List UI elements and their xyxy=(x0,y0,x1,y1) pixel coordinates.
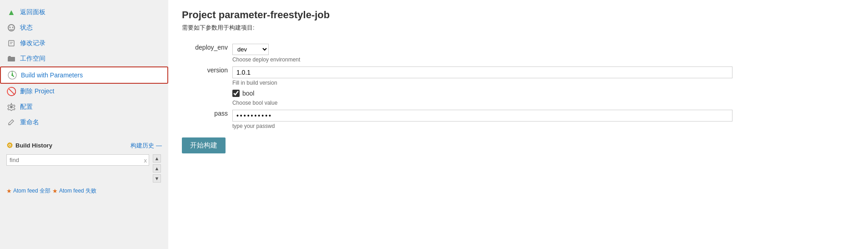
find-clear-button[interactable]: x xyxy=(144,157,147,163)
bool-label-empty xyxy=(182,87,232,107)
atom-links: ★ Atom feed 全部 ★ Atom feed 失败 xyxy=(5,183,164,197)
sidebar-item-changelog[interactable]: 修改记录 xyxy=(0,36,168,51)
bool-hint: Choose bool value xyxy=(232,100,850,106)
sidebar-item-label: 工作空间 xyxy=(20,55,45,63)
pass-label: pass xyxy=(182,107,232,130)
svg-point-2 xyxy=(12,27,14,28)
start-build-button[interactable]: 开始构建 xyxy=(182,137,226,153)
build-icon xyxy=(7,70,17,80)
svg-point-7 xyxy=(11,74,13,76)
atom-feed-fail-label: Atom feed 失败 xyxy=(59,187,96,195)
sidebar-item-status[interactable]: 状态 xyxy=(0,20,168,36)
deploy-env-field-wrap: dev test prod Choose deploy environment xyxy=(232,44,850,63)
circle-icon xyxy=(6,23,16,33)
sidebar-item-label: 返回面板 xyxy=(20,8,45,16)
gear-icon xyxy=(6,102,16,112)
history-icon: ⚙ xyxy=(6,141,13,150)
history-down-button[interactable]: ▼ xyxy=(153,174,161,183)
atom-icon-all: ★ xyxy=(6,188,12,194)
version-field-cell: Fill in build version xyxy=(232,64,854,87)
main-content: Project parameter-freestyle-job 需要如下参数用于… xyxy=(168,0,868,249)
find-input-wrap: x xyxy=(6,154,149,166)
sidebar-item-label: 配置 xyxy=(20,103,33,111)
sidebar-item-label: 重命名 xyxy=(20,118,39,127)
sidebar-item-delete-project[interactable]: 🚫 删除 Project xyxy=(0,84,168,99)
build-history-title: Build History xyxy=(15,142,52,149)
parameters-form: deploy_env dev test prod Choose deploy e… xyxy=(182,41,854,130)
version-input[interactable] xyxy=(232,66,733,78)
history-up-button[interactable]: ▲ xyxy=(153,154,161,163)
sidebar-item-build-with-parameters[interactable]: Build with Parameters xyxy=(0,66,168,84)
folder-icon xyxy=(6,54,16,64)
history-up2-button[interactable]: ▲ xyxy=(153,164,161,173)
sidebar-item-back[interactable]: ▲ 返回面板 xyxy=(0,5,168,20)
deploy-env-hint: Choose deploy environment xyxy=(232,56,850,63)
svg-point-1 xyxy=(10,27,11,28)
version-field-wrap: Fill in build version xyxy=(232,66,850,86)
bool-field-wrap: bool Choose bool value xyxy=(232,90,850,106)
sidebar-item-label: 修改记录 xyxy=(20,39,45,47)
bool-checkbox[interactable] xyxy=(232,90,240,97)
version-label: version xyxy=(182,64,232,87)
page-title: Project parameter-freestyle-job xyxy=(182,9,854,21)
home-icon: ▲ xyxy=(6,7,16,17)
rename-icon xyxy=(6,117,16,127)
build-history-header: ⚙ Build History 构建历史 — xyxy=(5,138,164,152)
atom-feed-fail-link[interactable]: ★ Atom feed 失败 xyxy=(52,187,96,195)
form-row-bool: bool Choose bool value xyxy=(182,87,854,107)
sidebar-item-label: Build with Parameters xyxy=(21,71,83,79)
pass-hint: type your passwd xyxy=(232,123,850,129)
deploy-env-select[interactable]: dev test prod xyxy=(232,44,269,55)
pencil-icon xyxy=(6,38,16,48)
atom-feed-all-link[interactable]: ★ Atom feed 全部 xyxy=(6,187,50,195)
pass-field-wrap: type your passwd xyxy=(232,110,850,129)
sidebar-item-config[interactable]: 配置 xyxy=(0,99,168,115)
form-row-version: version Fill in build version xyxy=(182,64,854,87)
find-input[interactable] xyxy=(6,154,149,166)
deploy-env-label: deploy_env xyxy=(182,41,232,64)
deploy-select-wrap: dev test prod xyxy=(232,44,850,55)
version-hint: Fill in build version xyxy=(232,80,850,86)
sidebar-item-label: 状态 xyxy=(20,24,33,32)
sidebar-item-label: 删除 Project xyxy=(20,87,54,96)
svg-rect-3 xyxy=(9,41,14,46)
form-row-pass: pass type your passwd xyxy=(182,107,854,130)
atom-icon-fail: ★ xyxy=(52,188,58,194)
deploy-env-field-cell: dev test prod Choose deploy environment xyxy=(232,41,854,64)
bool-row: bool xyxy=(232,90,850,97)
page-subtitle: 需要如下参数用于构建项目: xyxy=(182,24,854,32)
ban-icon: 🚫 xyxy=(6,86,16,97)
sidebar-item-workspace[interactable]: 工作空间 xyxy=(0,51,168,66)
bool-field-cell: bool Choose bool value xyxy=(232,87,854,107)
sidebar-item-rename[interactable]: 重命名 xyxy=(0,115,168,130)
form-row-deploy-env: deploy_env dev test prod Choose deploy e… xyxy=(182,41,854,64)
build-history-link[interactable]: 构建历史 — xyxy=(130,142,162,150)
pass-field-cell: type your passwd xyxy=(232,107,854,130)
pass-input[interactable] xyxy=(232,110,733,122)
bool-label: bool xyxy=(242,90,254,97)
svg-point-8 xyxy=(10,106,13,108)
atom-feed-all-label: Atom feed 全部 xyxy=(13,187,50,195)
build-history-section: ⚙ Build History 构建历史 — x ▲ ▲ ▼ ★ Atom fe… xyxy=(0,138,168,197)
